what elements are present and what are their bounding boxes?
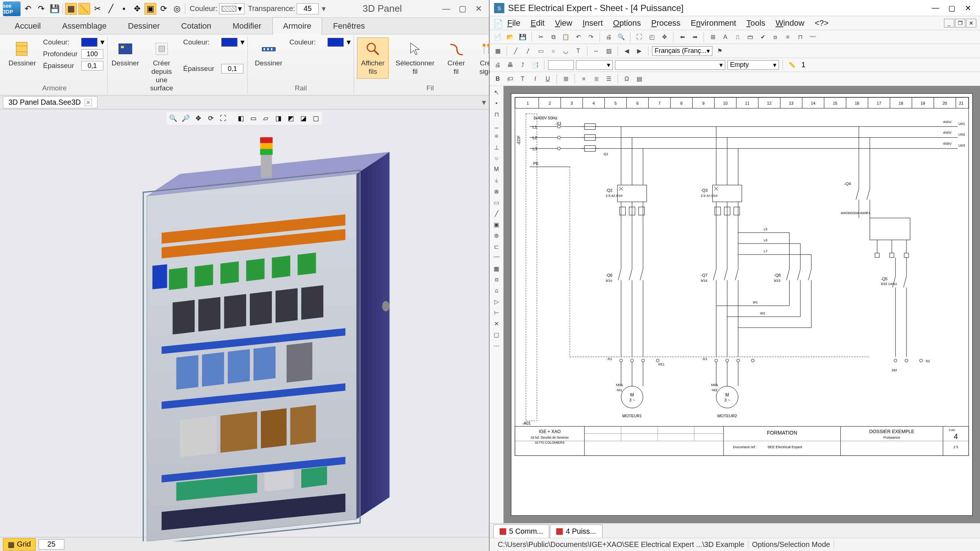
hatch-icon[interactable]: ▨ [604,46,614,56]
document-tab[interactable]: 3D Panel Data.See3D ✕ [3,96,97,108]
linetype-combo[interactable]: ▾ [615,60,725,70]
dot-icon[interactable]: • [491,98,502,108]
armoire-draw-button[interactable]: Dessiner [5,38,40,70]
redo-icon[interactable]: ↷ [585,32,596,42]
pdf-icon[interactable]: 📑 [530,60,540,70]
pan-icon[interactable]: ✥ [193,113,203,124]
qat-cut-icon[interactable]: ✂ [92,3,103,15]
tab-overflow-icon[interactable]: ▾ [482,98,486,107]
qat-point-icon[interactable]: • [118,3,130,15]
tab-dessiner[interactable]: Dessiner [118,17,170,35]
print-icon[interactable]: 🖨 [604,32,614,42]
sheet-prev-icon[interactable]: ⬅ [677,32,687,42]
qat-redo-icon[interactable]: ↷ [35,3,47,15]
cable-icon[interactable]: 〰 [808,32,818,42]
symbol2-icon[interactable]: ⊓ [491,110,502,119]
switch-icon[interactable]: ╱ [491,209,502,218]
new-icon[interactable]: 📄 [493,32,503,42]
view-front-icon[interactable]: ▭ [248,113,258,124]
qat-color-combo[interactable]: ▾ [219,3,245,14]
sheet-icon[interactable]: ▢ [491,330,502,340]
line-icon[interactable]: ╱ [511,46,521,56]
qat-save-icon[interactable]: 💾 [49,3,60,15]
fit-icon[interactable]: ⛶ [218,113,228,124]
fil-create-button[interactable]: Créer fil [441,38,471,79]
menu-environment[interactable]: Environment [686,17,741,29]
connector-icon[interactable]: ⊏ [491,242,502,251]
plot-icon[interactable]: 🖶 [505,60,515,70]
menu-process[interactable]: Process [647,17,685,29]
motor-icon[interactable]: M [491,165,502,174]
zoom-out-icon[interactable]: 🔎 [180,113,191,124]
zoom-in-icon[interactable]: 🔍 [168,113,178,124]
relay-icon[interactable]: ▣ [491,220,502,229]
sheet-canvas[interactable]: 1234 5678 9101112 13141516 17181920 21 [504,86,980,523]
close-button[interactable]: ✕ [960,2,975,14]
orbit-icon[interactable]: ⟳ [205,113,216,124]
viewport-3d[interactable]: 🔍 🔎 ✥ ⟳ ⛶ ◧ ▭ ▱ ◨ ◩ ◪ ▢ [0,110,489,537]
contact-icon[interactable]: ⊥ [491,143,502,152]
connect-icon[interactable]: ⎍ [733,32,743,42]
junction-icon[interactable]: ✕ [491,319,502,329]
grid-toggle-button[interactable]: ▦Grid [3,538,36,551]
align-left-icon[interactable]: ≡ [579,74,589,84]
sheet-next-icon[interactable]: ➡ [690,32,700,42]
trans-icon[interactable]: ⧈ [491,275,502,284]
tab-cotation[interactable]: Cotation [171,17,222,35]
fil-show-button[interactable]: Afficher fils [357,38,388,79]
view-right-icon[interactable]: ◩ [286,113,296,124]
empty-combo[interactable]: Empty▾ [727,60,779,70]
qat-move-icon[interactable]: ✥ [131,3,143,15]
text3-icon[interactable]: T [517,74,528,84]
prev-icon[interactable]: ◀ [622,46,632,56]
layer-combo[interactable]: ▾ [576,60,613,70]
bus-icon[interactable]: ≡ [491,132,502,141]
arc-icon[interactable]: ◡ [561,46,571,56]
sheet-tab-4[interactable]: 4 Puiss... [550,524,602,538]
qat-view-icon[interactable]: ◎ [171,3,183,15]
resistor-icon[interactable]: ⩍ [491,286,502,295]
view-back-icon[interactable]: ◪ [298,113,309,124]
underline-icon[interactable]: U [542,74,553,84]
tab-armoire[interactable]: Armoire [272,17,322,35]
print2-icon[interactable]: 🖨 [493,60,503,70]
xref-icon[interactable]: ⧈ [770,32,780,42]
fil-select-button[interactable]: Sélectionner fil [391,38,439,79]
tag-icon[interactable]: 🏷 [505,74,515,84]
macro-icon[interactable]: ▤ [634,74,644,84]
align-center-icon[interactable]: ≣ [591,74,601,84]
cut-icon[interactable]: ✂ [536,32,546,42]
menu-options[interactable]: Options [609,17,646,29]
plaque-thick-input[interactable]: 0,1 [221,64,243,73]
symbol-icon[interactable]: ⊞ [708,32,718,42]
menu-edit[interactable]: Edit [526,17,549,29]
layer-icon[interactable]: ≡ [783,32,793,42]
mdi-close-icon[interactable]: ✕ [966,19,976,27]
qat-snap-icon[interactable]: 📐 [78,3,90,15]
text2-icon[interactable]: T [573,46,583,56]
rail-draw-button[interactable]: Dessiner [251,38,286,70]
tab-accueil[interactable]: Accueil [5,17,51,35]
terminal2-icon[interactable]: ⊗ [491,187,502,196]
qat-undo-icon[interactable]: ↶ [22,3,34,15]
rail-color-swatch[interactable] [328,38,344,47]
dim-icon[interactable]: ↔ [591,46,601,56]
char-icon[interactable]: Ω [622,74,632,84]
ground-icon[interactable]: ⏚ [491,176,502,185]
qat-grid-icon[interactable]: ▦ [65,3,77,15]
mdi-restore-icon[interactable]: ❐ [955,19,965,27]
preview-icon[interactable]: 🔍 [616,32,626,42]
view-bottom-icon[interactable]: ▢ [310,113,321,124]
sheet-tab-5[interactable]: 5 Comm... [493,524,549,538]
armoire-thick-input[interactable]: 0,1 [81,61,103,70]
close-button[interactable]: ✕ [471,3,486,15]
coil-icon[interactable]: ○ [491,154,502,163]
tab-assemblage[interactable]: Assemblage [52,17,117,35]
menu-window[interactable]: Window [771,17,809,29]
plc-icon[interactable]: ▦ [491,264,502,273]
italic-icon[interactable]: I [530,74,540,84]
open-icon[interactable]: 📂 [505,32,515,42]
scale-icon[interactable]: 📏 [787,60,797,70]
menu-view[interactable]: View [550,17,576,29]
flag-icon[interactable]: ⚑ [714,46,725,56]
